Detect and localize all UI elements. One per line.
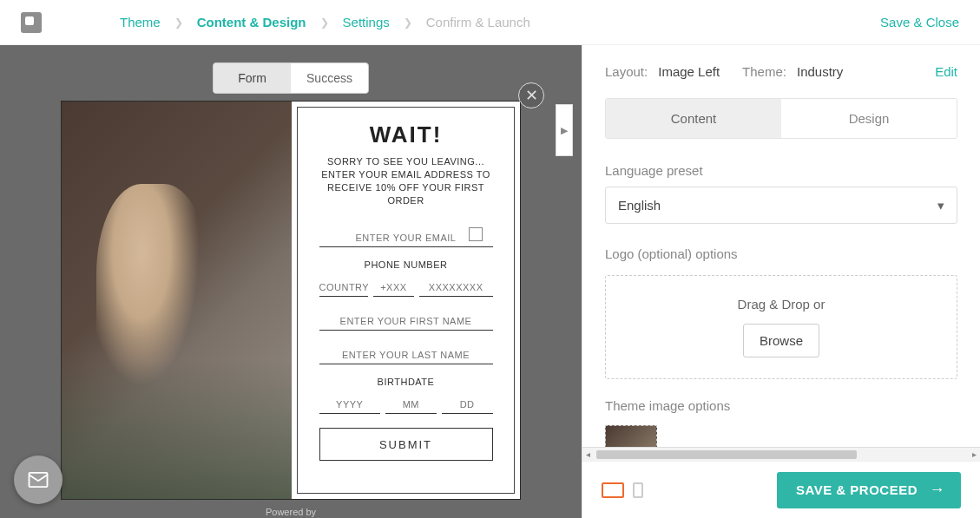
layout-label: Layout: [605, 64, 648, 79]
language-select[interactable]: English [605, 187, 957, 224]
save-proceed-button[interactable]: SAVE & PROCEED [777, 472, 961, 508]
tab-design[interactable]: Design [781, 99, 957, 138]
workspace: Form Success ✕ WAIT! SORRY TO SEE YOU LE… [0, 45, 980, 518]
theme-image-thumb[interactable] [605, 425, 657, 447]
chevron-right-icon: ❯ [174, 16, 183, 29]
brand-logo-icon[interactable] [21, 12, 42, 33]
theme-value: Industry [797, 64, 843, 79]
svg-rect-0 [30, 473, 48, 487]
layout-value: Image Left [658, 64, 720, 79]
tab-content[interactable]: Content [606, 99, 781, 138]
contact-icon [469, 227, 483, 241]
close-icon[interactable]: ✕ [518, 82, 544, 108]
popup-image [62, 102, 292, 499]
preview-state-tabs: Form Success [213, 62, 369, 94]
theme-label: Theme: [742, 64, 786, 79]
theme-image-label: Theme image options [605, 398, 957, 413]
settings-panel: Layout: Image Left Theme: Industry Edit … [582, 45, 980, 518]
panel-footer: SAVE & PROCEED [582, 461, 980, 518]
save-close-link[interactable]: Save & Close [880, 15, 959, 30]
panel-header: Layout: Image Left Theme: Industry Edit [582, 45, 980, 98]
collapse-panel-icon[interactable]: ▶ [556, 104, 573, 156]
year-input[interactable] [319, 396, 381, 414]
first-name-input[interactable] [319, 312, 493, 331]
month-input[interactable] [385, 396, 437, 414]
email-input[interactable] [319, 229, 493, 247]
phone-input[interactable] [419, 279, 493, 297]
last-name-input[interactable] [319, 346, 493, 364]
horizontal-scrollbar[interactable] [582, 447, 980, 461]
desktop-preview-icon[interactable] [602, 482, 624, 498]
support-fab[interactable] [14, 456, 62, 504]
popup-subtitle: SORRY TO SEE YOU LEAVING... ENTER YOUR E… [315, 155, 497, 207]
popup-form: WAIT! SORRY TO SEE YOU LEAVING... ENTER … [297, 107, 515, 494]
edit-link[interactable]: Edit [935, 64, 957, 79]
submit-button[interactable]: SUBMIT [319, 428, 493, 461]
browse-button[interactable]: Browse [743, 324, 819, 357]
top-bar: Theme ❯ Content & Design ❯ Settings ❯ Co… [0, 0, 980, 45]
crumb-confirm: Confirm & Launch [426, 15, 530, 30]
mobile-preview-icon[interactable] [633, 482, 643, 498]
day-input[interactable] [442, 396, 493, 414]
powered-by: Powered by [266, 507, 316, 517]
crumb-content-design[interactable]: Content & Design [197, 15, 306, 30]
crumb-settings[interactable]: Settings [343, 15, 390, 30]
phone-label: PHONE NUMBER [319, 259, 493, 270]
mail-icon [26, 468, 50, 492]
preview-pane: Form Success ✕ WAIT! SORRY TO SEE YOU LE… [0, 45, 582, 518]
dial-code-input[interactable] [373, 279, 414, 297]
logo-options-label: Logo (optional) options [605, 246, 957, 261]
chevron-right-icon: ❯ [320, 16, 329, 29]
popup-title: WAIT! [370, 121, 443, 148]
crumb-theme[interactable]: Theme [120, 15, 161, 30]
logo-dropzone[interactable]: Drag & Drop or Browse [605, 275, 957, 379]
drop-text: Drag & Drop or [738, 297, 825, 311]
panel-tabs: Content Design [605, 98, 957, 139]
country-select[interactable] [319, 279, 368, 297]
language-preset-label: Language preset [605, 163, 957, 178]
chevron-right-icon: ❯ [404, 16, 412, 29]
popup-preview: ✕ WAIT! SORRY TO SEE YOU LEAVING... ENTE… [61, 101, 521, 500]
tab-form[interactable]: Form [214, 63, 291, 93]
tab-success[interactable]: Success [291, 63, 368, 93]
birthdate-label: BIRTHDATE [319, 377, 493, 387]
breadcrumb: Theme ❯ Content & Design ❯ Settings ❯ Co… [120, 15, 530, 30]
